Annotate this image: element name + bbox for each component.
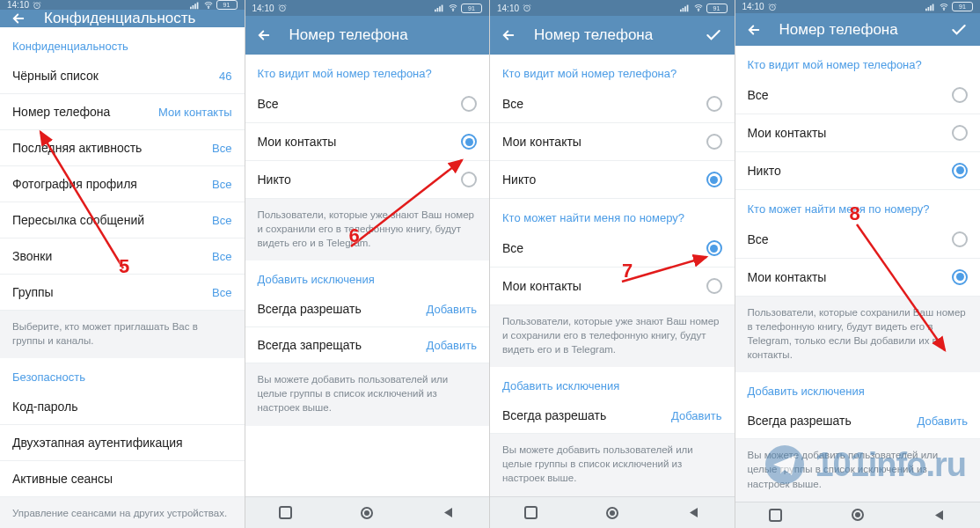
row-label: Фотография профиля [12, 177, 137, 191]
svg-rect-24 [686, 5, 688, 12]
row-label: Группы [12, 285, 54, 299]
row-always-allow[interactable]: Всегда разрешать Добавить [735, 403, 981, 439]
row-label: Двухэтапная аутентификация [12, 436, 183, 450]
row-label: Чёрный список [12, 69, 99, 83]
hint-whofinds: Пользователи, которые сохранили Ваш номе… [735, 297, 981, 372]
radio-everybody[interactable]: Все [245, 85, 490, 123]
nav-home-icon[interactable] [359, 505, 375, 521]
row-passcode[interactable]: Код-пароль [0, 389, 245, 425]
row-always-allow[interactable]: Всегда разрешать Добавить [245, 291, 490, 327]
svg-rect-11 [435, 10, 436, 12]
status-time: 14:10 [497, 4, 519, 13]
row-lastseen[interactable]: Последняя активность Все [0, 130, 245, 166]
row-always-deny[interactable]: Всегда запрещать Добавить [245, 327, 490, 363]
section-privacy: Конфиденциальность [0, 27, 245, 58]
status-time: 14:10 [742, 2, 764, 11]
row-value: Мои контакты [158, 106, 232, 119]
row-label: Пересылка сообщений [12, 213, 144, 227]
radio-contacts[interactable]: Мои контакты [490, 123, 735, 161]
svg-rect-13 [439, 6, 441, 11]
confirm-icon[interactable] [948, 21, 969, 39]
radio-icon [952, 125, 968, 141]
section-whosees: Кто видит мой номер телефона? [245, 55, 490, 85]
nav-recent-icon[interactable] [768, 507, 784, 523]
radio-icon [461, 172, 477, 187]
row-value: Все [212, 250, 231, 263]
confirm-icon[interactable] [703, 26, 724, 44]
row-value: Все [212, 286, 231, 299]
header: Номер телефона [490, 16, 735, 55]
add-link[interactable]: Добавить [918, 414, 968, 428]
svg-point-35 [944, 9, 945, 10]
nav-home-icon[interactable] [604, 505, 620, 521]
svg-rect-4 [196, 2, 198, 9]
panel-1-privacy: 14:10 91 Конфиденциальность Конфиде [0, 0, 245, 528]
signal-icon [925, 3, 936, 11]
panel-2-phone: 14:10 91 Номер телефона Кто видит мой но… [245, 0, 491, 528]
radio-everybody[interactable]: Все [490, 85, 735, 123]
panel-4-phone: 14:10 91 Номер телефона Кто видит мой но… [735, 0, 981, 528]
svg-rect-32 [928, 7, 930, 11]
add-link[interactable]: Добавить [427, 303, 477, 316]
header: Номер телефона [735, 13, 981, 46]
row-photo[interactable]: Фотография профиля Все [0, 166, 245, 202]
nav-back-icon[interactable] [685, 505, 701, 521]
row-blacklist[interactable]: Чёрный список 46 [0, 58, 245, 94]
radio-everybody[interactable]: Все [735, 77, 981, 114]
back-icon[interactable] [11, 11, 28, 26]
svg-point-15 [453, 11, 454, 11]
nav-back-icon[interactable] [932, 507, 947, 523]
wifi-icon [203, 1, 214, 10]
alarm-icon [768, 3, 777, 11]
add-link[interactable]: Добавить [671, 409, 721, 422]
status-bar: 14:10 91 [0, 0, 245, 10]
nav-back-icon[interactable] [441, 505, 457, 521]
row-phone[interactable]: Номер телефона Мои контакты [0, 94, 245, 130]
row-sessions[interactable]: Активные сеансы [0, 461, 245, 497]
nav-home-icon[interactable] [850, 507, 866, 523]
radio-contacts[interactable]: Мои контакты [245, 123, 490, 161]
row-always-allow[interactable]: Всегда разрешать Добавить [490, 398, 735, 434]
radio-find-contacts[interactable]: Мои контакты [735, 259, 981, 297]
back-icon[interactable] [256, 27, 274, 43]
android-navbar [245, 496, 490, 528]
radio-nobody[interactable]: Никто [490, 161, 735, 199]
radio-find-everybody[interactable]: Все [735, 221, 981, 259]
section-whofinds: Кто может найти меня по номеру? [735, 190, 981, 221]
back-icon[interactable] [746, 22, 764, 38]
row-twostep[interactable]: Двухэтапная аутентификация [0, 425, 245, 461]
radio-find-everybody[interactable]: Все [490, 230, 735, 268]
radio-nobody[interactable]: Никто [735, 152, 981, 190]
back-icon[interactable] [501, 27, 518, 43]
battery-icon: 91 [952, 2, 973, 11]
svg-point-28 [610, 510, 615, 516]
row-value: 46 [219, 70, 231, 83]
row-forward[interactable]: Пересылка сообщений Все [0, 202, 245, 238]
radio-icon [706, 134, 722, 150]
header: Номер телефона [245, 16, 490, 55]
svg-rect-2 [192, 5, 194, 9]
section-exceptions: Добавить исключения [735, 372, 981, 403]
row-groups[interactable]: Группы Все [0, 275, 245, 311]
row-label: Всегда запрещать [258, 338, 362, 352]
radio-find-contacts[interactable]: Мои контакты [490, 268, 735, 305]
svg-rect-36 [770, 510, 781, 521]
row-calls[interactable]: Звонки Все [0, 238, 245, 275]
radio-icon [706, 172, 722, 187]
hint-whofinds: Пользователи, которые уже знают Ваш номе… [490, 305, 735, 367]
nav-recent-icon[interactable] [278, 505, 294, 521]
row-label: Номер телефона [12, 105, 110, 119]
row-label: Код-пароль [12, 400, 78, 414]
radio-contacts[interactable]: Мои контакты [735, 114, 981, 152]
android-navbar [490, 496, 735, 528]
add-link[interactable]: Добавить [427, 339, 477, 352]
row-value: Все [212, 178, 231, 191]
row-label: Всегда разрешать [258, 302, 362, 316]
section-whosees: Кто видит мой номер телефона? [735, 46, 981, 77]
nav-recent-icon[interactable] [523, 505, 538, 521]
section-exceptions: Добавить исключения [490, 367, 735, 398]
status-time: 14:10 [7, 0, 29, 10]
radio-nobody[interactable]: Никто [245, 161, 490, 199]
battery-icon: 91 [461, 4, 482, 13]
svg-rect-21 [680, 10, 682, 12]
